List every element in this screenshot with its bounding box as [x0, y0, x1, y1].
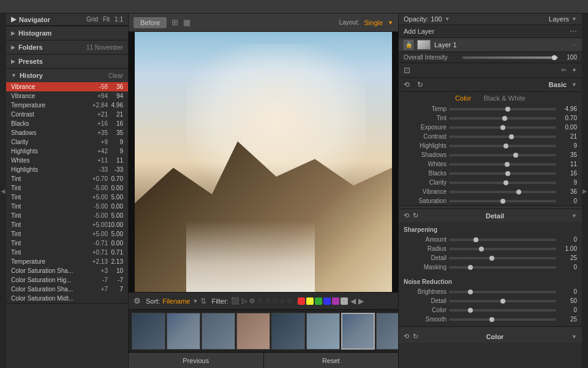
nav-grid[interactable]: Grid: [86, 16, 98, 23]
filter-prev[interactable]: ◀: [350, 297, 356, 305]
blue-filter[interactable]: [323, 297, 331, 305]
slider-track[interactable]: [449, 191, 556, 193]
film-thumb-5[interactable]: [271, 313, 305, 350]
pencil-icon[interactable]: ✏: [561, 66, 567, 74]
film-thumb-8[interactable]: [376, 313, 398, 350]
history-item[interactable]: Tint +5.00 10.00: [6, 220, 128, 229]
star4[interactable]: ☆: [279, 297, 285, 305]
filter-icon2[interactable]: ▷: [242, 297, 247, 305]
slider-track[interactable]: [449, 126, 556, 129]
sort-direction[interactable]: ⇅: [200, 297, 206, 305]
reset-button[interactable]: Reset: [264, 353, 399, 368]
film-thumb-3[interactable]: [202, 313, 235, 350]
sort-arrow[interactable]: ▼: [192, 298, 198, 304]
green-filter[interactable]: [315, 297, 322, 305]
crop-icon[interactable]: ⊡: [404, 66, 410, 75]
opacity-value[interactable]: 100: [431, 15, 442, 23]
slider-track[interactable]: [449, 108, 556, 110]
wand-icon[interactable]: ✦: [571, 66, 577, 74]
folders-header[interactable]: ▶ Folders 11 November: [6, 40, 128, 54]
layers-arrow[interactable]: ▼: [571, 16, 577, 22]
slider-track[interactable]: [449, 172, 556, 175]
history-item[interactable]: Color Saturation Hig... -7 -7: [6, 275, 128, 285]
history-item[interactable]: Color Saturation Midt...: [6, 294, 128, 303]
nav-ratio[interactable]: 1:1: [115, 16, 123, 23]
history-item[interactable]: Tint -5.00 0.00: [6, 183, 128, 193]
view-icon[interactable]: ▦: [183, 18, 190, 27]
history-item[interactable]: Contrast +21 21: [6, 110, 128, 119]
history-item[interactable]: Tint +5.00 5.00: [6, 193, 128, 202]
filter-icon[interactable]: ⬛: [231, 297, 239, 305]
slider-track[interactable]: [449, 291, 556, 293]
red-filter[interactable]: [298, 297, 305, 305]
presets-header[interactable]: ▶ Presets: [6, 55, 128, 68]
compare-icon[interactable]: ⊞: [172, 18, 178, 27]
purple-filter[interactable]: [332, 297, 339, 305]
film-thumb-7[interactable]: [341, 313, 375, 350]
slider-track[interactable]: [449, 257, 556, 259]
history-item[interactable]: Highlights -33 -33: [6, 165, 128, 174]
star3[interactable]: ☆: [272, 297, 278, 305]
history-header[interactable]: ▼ History Clear: [6, 69, 128, 82]
detail-section-header[interactable]: ⟲ ↻ Detail ▼: [399, 209, 582, 222]
history-item[interactable]: Tint -5.00 5.00: [6, 211, 128, 220]
film-thumb-1[interactable]: [132, 313, 165, 350]
layout-arrow[interactable]: ▼: [388, 20, 393, 26]
slider-track[interactable]: [449, 200, 556, 202]
slider-track[interactable]: [449, 182, 556, 184]
opacity-arrow[interactable]: ▼: [445, 16, 450, 22]
yellow-filter[interactable]: [306, 297, 314, 305]
history-item[interactable]: Vibrance -58 36: [6, 82, 128, 91]
history-item[interactable]: Temperature +2.84 4.96: [6, 101, 128, 110]
slider-track[interactable]: [449, 309, 556, 312]
color-tab[interactable]: Color: [455, 94, 471, 102]
film-thumb-4[interactable]: [236, 313, 270, 350]
before-button[interactable]: Before: [134, 17, 167, 28]
nav-fit[interactable]: Fit: [103, 16, 110, 23]
sort-value[interactable]: Filename: [162, 297, 190, 305]
slider-track[interactable]: [449, 318, 556, 321]
layer1-row[interactable]: 🔒 Layer 1 ⋯: [399, 38, 582, 52]
slider-track[interactable]: [449, 117, 556, 120]
history-item[interactable]: Temperature +2.13 2.13: [6, 257, 128, 266]
slider-track[interactable]: [449, 136, 556, 138]
star1[interactable]: ☆: [257, 297, 263, 305]
slider-track[interactable]: [449, 266, 556, 269]
gray-filter[interactable]: [341, 297, 348, 305]
history-item[interactable]: Whites +11 11: [6, 156, 128, 165]
layer-options[interactable]: ⋯: [570, 27, 577, 36]
slider-track[interactable]: [449, 300, 556, 302]
histogram-header[interactable]: ▶ Histogram: [6, 26, 128, 40]
star2[interactable]: ☆: [265, 297, 271, 305]
history-item[interactable]: Blacks +16 16: [6, 119, 128, 128]
history-item[interactable]: Clarity +9 9: [6, 137, 128, 147]
left-panel-toggle[interactable]: ◀: [0, 13, 6, 368]
history-item[interactable]: Color Saturation Sha... +7 7: [6, 285, 128, 294]
history-item[interactable]: Tint +0.71 0.71: [6, 248, 128, 257]
star5[interactable]: ☆: [287, 297, 293, 305]
slider-track[interactable]: [449, 163, 556, 166]
filter-icon3[interactable]: ⊘: [249, 297, 255, 305]
filter-next[interactable]: ▶: [358, 297, 364, 305]
slider-track[interactable]: [449, 145, 556, 147]
refresh-icon[interactable]: ↻: [417, 80, 423, 89]
history-clear-button[interactable]: Clear: [108, 72, 123, 79]
history-item[interactable]: Tint +0.70 0.70: [6, 174, 128, 183]
basic-arrow[interactable]: ▼: [571, 82, 577, 88]
previous-button[interactable]: Previous: [129, 353, 264, 368]
intensity-slider[interactable]: [462, 56, 558, 59]
sync-icon[interactable]: ⟲: [404, 80, 410, 89]
history-item[interactable]: Tint -5.00 0.00: [6, 202, 128, 211]
right-panel-toggle[interactable]: ▶: [582, 13, 588, 368]
add-layer-button[interactable]: Add Layer: [404, 28, 434, 35]
film-thumb-6[interactable]: [306, 313, 340, 350]
color-section-header[interactable]: ⟲ ↻ Color ▼: [399, 330, 582, 343]
slider-track[interactable]: [449, 239, 556, 241]
history-item[interactable]: Color Saturation Sha... +3 10: [6, 266, 128, 275]
layout-value[interactable]: Single: [364, 19, 383, 26]
history-item[interactable]: Tint -0.71 0.00: [6, 239, 128, 248]
navigator-header[interactable]: ▶ Navigator Grid Fit 1:1: [6, 13, 128, 26]
bw-tab[interactable]: Black & White: [483, 94, 525, 102]
history-item[interactable]: Vibrance +94 94: [6, 91, 128, 101]
layer1-options[interactable]: ⋯: [571, 42, 577, 48]
